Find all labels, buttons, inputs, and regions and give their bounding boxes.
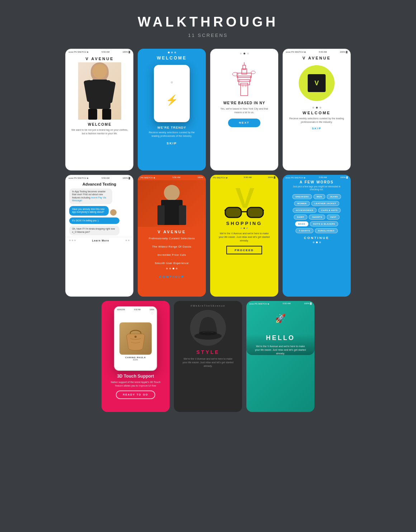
ny-title: WE'RE BASED IN NY bbox=[211, 101, 278, 105]
tag-women[interactable]: WOMEN bbox=[294, 201, 310, 206]
ready-to-go-button-9[interactable]: READY TO GO bbox=[116, 390, 155, 399]
chat-bubble-1: In-App Testing becomes smarter than ever… bbox=[69, 188, 112, 204]
logo-circle-4: V bbox=[299, 65, 335, 101]
user-avatar-1 bbox=[110, 209, 117, 216]
dot-7-1 bbox=[241, 227, 242, 229]
tag-accessories[interactable]: ACCESSORIES bbox=[293, 208, 317, 213]
time-11: 5:50 AM bbox=[283, 302, 290, 305]
battery-4: 100% ▓ bbox=[340, 51, 348, 53]
screen-10-style: #WeAreTheVAvenue STYLE We're the V Avenu… bbox=[174, 301, 242, 412]
tags-row-1: SNEAKERS MEN JEANS bbox=[285, 194, 348, 199]
tag-shirt[interactable]: SHIRT bbox=[294, 215, 308, 220]
welcome-title-4: WELCOME bbox=[283, 111, 350, 115]
screen-3-ny-based: WE'RE BASED IN NY Yes, we're based in Ne… bbox=[210, 49, 278, 171]
carrier-7: PS SKETCH ◈ bbox=[213, 176, 228, 179]
few-words-title: A FEW WORDS bbox=[283, 180, 351, 184]
tag-bags[interactable]: BAGS bbox=[295, 221, 308, 226]
screen-5-advanced-texting: oooo PS SKETCH ◈ 5:50 AM 100% ▓ Advanced… bbox=[65, 175, 133, 297]
shopping-sub-7: We're the V Avenue and we're here to mak… bbox=[210, 232, 278, 242]
welcome-header-2: WELCOME bbox=[138, 56, 206, 61]
dot-4-1 bbox=[312, 107, 314, 109]
screen-8-blue-tags: oooo PS SKETCH ◈ 5:50 AM 100% ▓ A FEW WO… bbox=[283, 175, 351, 297]
brand-title-4: V AVENUE bbox=[283, 54, 350, 62]
svg-rect-24 bbox=[247, 207, 263, 217]
tag-sunglasses[interactable]: SUNGLASSES bbox=[315, 228, 338, 233]
ny-sub: Yes, we're based in New York City and th… bbox=[211, 107, 278, 114]
dot-3 bbox=[174, 52, 176, 53]
status-bar-7: PS SKETCH ◈ 5:50 AM 100% ▓ bbox=[210, 175, 278, 180]
tags-row-6: T-SHIRTS SUNGLASSES bbox=[285, 228, 348, 233]
learn-more-label[interactable]: Learn More bbox=[92, 239, 109, 242]
tag-suits-blazers[interactable]: SUITS & BLAZERS bbox=[310, 221, 338, 226]
dot-indicators-6 bbox=[138, 268, 206, 269]
chat-bubble-blue-2: It's SICK! I'm telling you :) bbox=[69, 217, 119, 224]
logo-box-4: V bbox=[308, 74, 326, 92]
phone-inner-mockup-2: ⚡ bbox=[154, 65, 190, 122]
trendy-sub: Recieve weekly selections curated by the… bbox=[138, 131, 206, 138]
dot-active bbox=[168, 52, 170, 53]
promo-dash-3: · bbox=[145, 258, 199, 260]
tag-caps-hats[interactable]: CAPS & HATS bbox=[318, 208, 341, 213]
svg-point-4 bbox=[93, 64, 107, 78]
inner-status-9: VERIZON 5:50 AM 100% bbox=[115, 307, 156, 312]
battery-6: 100% bbox=[198, 176, 203, 179]
dot-indicators-2 bbox=[138, 49, 206, 56]
heart-icon-row: ♡ bbox=[115, 312, 156, 315]
dot-6-active bbox=[172, 268, 174, 269]
welcome-label-1: WELCOME bbox=[66, 123, 133, 126]
tag-vest[interactable]: VEST bbox=[327, 215, 340, 220]
welcome-sub-1: We want to be not just a brand tag on yo… bbox=[66, 128, 133, 135]
dot-6-2 bbox=[169, 268, 171, 269]
svg-rect-23 bbox=[225, 207, 241, 217]
svg-rect-22 bbox=[179, 205, 186, 225]
nav-dots-5-right bbox=[126, 240, 129, 241]
svg-rect-5 bbox=[93, 80, 107, 83]
tag-sneakers[interactable]: SNEAKERS bbox=[292, 194, 312, 199]
dot-6-4 bbox=[176, 268, 178, 269]
building-icon bbox=[230, 58, 259, 97]
lightning-icon: ⚡ bbox=[166, 94, 178, 106]
continue-button-8[interactable]: CONTINUE bbox=[283, 236, 351, 240]
skip-button-2[interactable]: SKIP bbox=[138, 142, 206, 145]
svg-point-19 bbox=[164, 185, 180, 201]
page-title: WALKTHROUGH bbox=[138, 14, 278, 30]
time-7: 5:50 AM bbox=[244, 176, 252, 179]
proceed-button-7[interactable]: PROCEED bbox=[226, 246, 262, 254]
dot-indicators-8 bbox=[283, 241, 351, 243]
promo-line-2: The Widest Range Of Goods bbox=[145, 245, 199, 248]
time-8: 5:50 AM bbox=[319, 176, 327, 179]
continue-button-6[interactable]: CONTINUE bbox=[138, 272, 206, 282]
svg-rect-11 bbox=[237, 73, 251, 77]
skip-link-4[interactable]: SKIP bbox=[283, 127, 350, 130]
dot-indicators-4 bbox=[283, 105, 350, 111]
orange-bg-image bbox=[138, 180, 206, 227]
tag-men[interactable]: MEN bbox=[313, 194, 325, 199]
bag-price-9: $105 bbox=[115, 359, 156, 361]
hello-title-11: HELLO bbox=[266, 334, 295, 342]
touch-title-9: 3D Touch Support bbox=[101, 374, 170, 379]
tag-leather-jacket[interactable]: LEATHER JACKET bbox=[311, 201, 340, 206]
screen-4-v-avenue-logo: oooo PS SKETCH ◈ 5:50 AM 100% ▓ V AVENUE… bbox=[283, 49, 351, 171]
dot-8-active bbox=[316, 241, 318, 243]
screen-9-3d-touch: VERIZON 5:50 AM 100% ♡ CARING PAULA $105… bbox=[101, 301, 170, 412]
dot-7-3 bbox=[246, 227, 248, 229]
next-button[interactable]: NEXT bbox=[228, 119, 260, 127]
status-bar-6: PS SKETCH ◈ 5:50 AM 100% bbox=[138, 175, 206, 180]
tag-shorts[interactable]: SHORTS bbox=[309, 215, 325, 220]
dot-6-1 bbox=[166, 268, 168, 269]
status-bar-1: oooo PS SKETCH ◈ 5:50 AM 100% ▓ bbox=[66, 49, 133, 54]
svg-rect-2 bbox=[88, 109, 97, 120]
screen-6-orange-v-avenue: PS SKETCH ◈ 5:50 AM 100% V AVENUE Profes… bbox=[138, 175, 206, 297]
tag-tshirts[interactable]: T-SHIRTS bbox=[296, 228, 313, 233]
inner-time-9: 5:50 AM bbox=[134, 308, 141, 311]
svg-point-29 bbox=[134, 336, 137, 338]
glasses-icon-7 bbox=[224, 205, 264, 218]
status-bar-4: oooo PS SKETCH ◈ 5:50 AM 100% ▓ bbox=[283, 49, 350, 54]
page-header: WALKTHROUGH 11 SCREENS bbox=[138, 14, 278, 38]
tag-jeans[interactable]: JEANS bbox=[327, 194, 341, 199]
time-5: 5:50 AM bbox=[101, 177, 109, 179]
tags-row-5: BAGS SUITS & BLAZERS bbox=[285, 221, 348, 226]
dot-indicators-3 bbox=[211, 49, 278, 58]
tags-grid-8: SNEAKERS MEN JEANS WOMEN LEATHER JACKET … bbox=[283, 194, 351, 233]
promo-line-1: Professionally Curated Selections bbox=[145, 237, 199, 240]
